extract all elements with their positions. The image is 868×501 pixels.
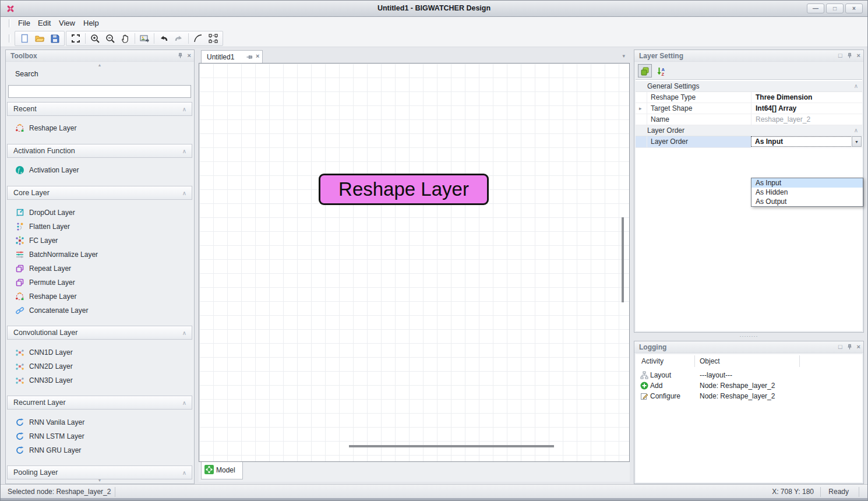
reshape-layer-node[interactable]: Reshape Layer bbox=[319, 174, 489, 205]
toolbox-item-reshape-layer[interactable]: Reshape Layer bbox=[7, 121, 192, 135]
row-gutter bbox=[636, 92, 647, 103]
toolbox-item-cnn1d-layer[interactable]: CNN1D Layer bbox=[7, 345, 192, 359]
minimize-button[interactable]: — bbox=[807, 3, 824, 13]
dropdown-option-as-hidden[interactable]: As Hidden bbox=[751, 188, 863, 197]
section-recurrent-layer[interactable]: Recurrent Layer ∧ bbox=[7, 396, 192, 410]
toolbox-item-rnn-vanila-layer[interactable]: RNN Vanila Layer bbox=[7, 415, 192, 429]
categorized-view-button[interactable] bbox=[638, 64, 652, 77]
section-activation-function[interactable]: Activation Function ∧ bbox=[7, 144, 192, 158]
toolbox-item-concatenate-layer[interactable]: Concatenate Layer bbox=[7, 304, 192, 317]
menu-grip[interactable] bbox=[9, 19, 10, 27]
pin-icon[interactable] bbox=[246, 54, 253, 61]
column-object[interactable]: Object bbox=[700, 354, 720, 368]
maximize-button[interactable]: □ bbox=[826, 3, 844, 13]
zoom-in-button[interactable] bbox=[87, 32, 103, 45]
column-activity[interactable]: Activity bbox=[641, 354, 664, 368]
dropdown-option-as-input[interactable]: As Input bbox=[751, 178, 863, 188]
chevron-up-icon: ∧ bbox=[182, 327, 186, 340]
tab-untitled1[interactable]: Untitled1 × bbox=[201, 50, 263, 63]
pan-button[interactable] bbox=[118, 32, 133, 45]
group-layer-order[interactable]: Layer Order ∧ bbox=[636, 125, 862, 136]
export-image-button[interactable] bbox=[137, 32, 152, 45]
pin-icon[interactable] bbox=[177, 52, 184, 59]
toolbox-item-reshape-layer-2[interactable]: Reshape Layer bbox=[7, 290, 192, 304]
pin-icon[interactable] bbox=[846, 52, 853, 59]
expander-icon[interactable]: ▸ bbox=[639, 103, 642, 114]
section-convolutional-layer[interactable]: Convolutional Layer ∧ bbox=[7, 326, 192, 340]
log-row-layout[interactable]: Layout ---layout--- bbox=[636, 370, 862, 380]
toolbox-item-repeat-layer[interactable]: Repeat Layer bbox=[7, 262, 192, 276]
property-value[interactable]: Three Dimension bbox=[756, 93, 812, 101]
save-file-button[interactable] bbox=[47, 32, 62, 45]
property-row-name[interactable]: Name Reshape_layer_2 bbox=[636, 114, 862, 125]
fit-screen-button[interactable] bbox=[68, 32, 83, 45]
toolbox-scroll-up[interactable]: ▲ bbox=[7, 62, 192, 68]
design-canvas[interactable]: Reshape Layer bbox=[199, 63, 630, 462]
title-bar[interactable]: Untitled1 - BIGWATCHER Design — □ × bbox=[1, 1, 867, 17]
toolbox-item-flatten-layer[interactable]: Flatten Layer bbox=[7, 220, 192, 234]
combobox-value: As Input bbox=[755, 136, 783, 147]
undo-button[interactable] bbox=[156, 32, 171, 45]
toolbox-item-batchnormalize-layer[interactable]: BatchNormalize Layer bbox=[7, 248, 192, 262]
sort-alphabetical-button[interactable]: A Z bbox=[654, 64, 668, 77]
menu-help[interactable]: Help bbox=[80, 18, 103, 28]
canvas-horizontal-scrollbar[interactable] bbox=[349, 445, 554, 447]
property-row-reshape-type[interactable]: Reshape Type Three Dimension bbox=[636, 92, 862, 103]
column-divider[interactable] bbox=[694, 355, 695, 367]
section-core-layer[interactable]: Core Layer ∧ bbox=[7, 186, 192, 200]
layer-order-combobox[interactable]: As Input ▼ bbox=[751, 136, 862, 147]
logging-close-icon[interactable]: × bbox=[857, 343, 860, 351]
maximize-panel-icon[interactable]: □ bbox=[838, 51, 842, 60]
redo-button[interactable] bbox=[171, 32, 186, 45]
toolbox-item-permute-layer[interactable]: Permute Layer bbox=[7, 276, 192, 290]
canvas-vertical-scrollbar[interactable] bbox=[622, 217, 624, 302]
add-icon bbox=[640, 382, 648, 390]
item-label: Activation Layer bbox=[29, 163, 79, 177]
column-divider[interactable] bbox=[799, 355, 800, 367]
toolbox-scroll-down[interactable]: ▼ bbox=[7, 478, 192, 484]
property-row-target-shape[interactable]: ▸ Target Shape Int64[] Array bbox=[636, 103, 862, 114]
search-input[interactable] bbox=[8, 85, 191, 98]
toolbox-close-icon[interactable]: × bbox=[188, 51, 191, 60]
toolbox-item-activation-layer[interactable]: f x Activation Layer bbox=[7, 163, 192, 177]
toolbox-item-rnn-lstm-layer[interactable]: RNN LSTM Layer bbox=[7, 429, 192, 443]
tab-model[interactable]: Model bbox=[201, 462, 243, 479]
dropdown-option-as-output[interactable]: As Output bbox=[751, 197, 863, 206]
toolbox-item-cnn2d-layer[interactable]: CNN2D Layer bbox=[7, 359, 192, 373]
section-recent[interactable]: Recent ∧ bbox=[7, 102, 192, 116]
toolbox-title: Toolbox bbox=[10, 52, 37, 60]
log-row-add[interactable]: Add Node: Reshape_layer_2 bbox=[636, 380, 862, 391]
panel-splitter[interactable]: ········ bbox=[634, 333, 864, 341]
chevron-up-icon: ∧ bbox=[854, 125, 858, 136]
toolbox-item-fc-layer[interactable]: FC Layer bbox=[7, 234, 192, 248]
property-value[interactable]: Int64[] Array bbox=[756, 104, 796, 112]
curve-connector-button[interactable] bbox=[190, 32, 206, 45]
tab-label: Untitled1 bbox=[207, 53, 234, 61]
pin-icon[interactable] bbox=[846, 344, 853, 350]
multi-select-button[interactable] bbox=[206, 32, 221, 45]
menu-view[interactable]: View bbox=[55, 18, 79, 28]
log-row-configure[interactable]: Configure Node: Reshape_layer_2 bbox=[636, 391, 862, 401]
property-row-layer-order[interactable]: Layer Order As Input ▼ bbox=[636, 136, 862, 148]
group-general-settings[interactable]: General Settings ∧ bbox=[636, 81, 862, 92]
section-label: Pooling Layer bbox=[13, 468, 58, 477]
new-file-button[interactable] bbox=[17, 32, 32, 45]
zoom-out-button[interactable] bbox=[103, 32, 118, 45]
item-label: DropOut Layer bbox=[29, 206, 75, 220]
log-object: Node: Reshape_layer_2 bbox=[700, 391, 775, 401]
toolbox-item-dropout-layer[interactable]: DropOut Layer bbox=[7, 206, 192, 220]
tab-close-icon[interactable]: × bbox=[256, 52, 259, 59]
item-label: FC Layer bbox=[29, 234, 58, 248]
menu-file[interactable]: File bbox=[15, 18, 34, 28]
open-file-button[interactable] bbox=[32, 32, 47, 45]
toolbar-grip[interactable] bbox=[9, 34, 10, 43]
toolbox-item-rnn-gru-layer[interactable]: RNN GRU Layer bbox=[7, 443, 192, 457]
combobox-dropdown-button[interactable]: ▼ bbox=[852, 136, 862, 147]
window-bottom-edge bbox=[1, 498, 867, 500]
maximize-panel-icon[interactable]: □ bbox=[838, 343, 842, 351]
menu-edit[interactable]: Edit bbox=[34, 18, 54, 28]
tab-list-dropdown-icon[interactable]: ▾ bbox=[622, 53, 625, 59]
layer-setting-close-icon[interactable]: × bbox=[857, 51, 860, 60]
toolbox-item-cnn3d-layer[interactable]: CNN3D Layer bbox=[7, 373, 192, 387]
close-button[interactable]: × bbox=[845, 3, 863, 13]
